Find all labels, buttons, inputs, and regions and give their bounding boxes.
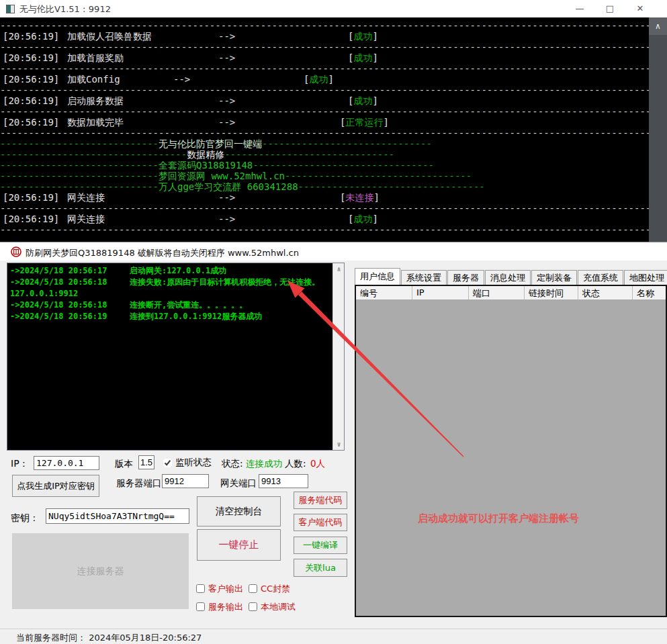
ip-label: IP： bbox=[11, 458, 29, 470]
app-seal-icon bbox=[11, 246, 21, 257]
console-line: ----------------------------无与伦比防官梦回一键端-… bbox=[0, 138, 649, 149]
connect-server-button[interactable]: 连接服务器 bbox=[12, 533, 189, 609]
console-line: ---------------------------------数据精修---… bbox=[0, 149, 649, 160]
console-line: [20:56:19]启动服务数据-->[成功] bbox=[0, 95, 649, 106]
tab-bar: 用户信息系统设置服务器消息处理定制装备充值系统地图处理召唤兽技 bbox=[355, 268, 667, 285]
console-line: ->2024/5/18 20:56:17启动网关:127.0.0.1成功 bbox=[9, 265, 343, 277]
console-line: [20:56:19]数据加载完毕-->[正常运行] bbox=[0, 117, 649, 128]
checkbox-label: CC封禁 bbox=[261, 583, 290, 595]
clients-table: 编号IP端口链接时间状态名称 启动成功就可以打开客户端注册帐号 bbox=[355, 285, 667, 617]
clear-console-button[interactable]: 清空控制台 bbox=[197, 496, 281, 526]
console-scrollbar[interactable]: ∧ ∨ bbox=[332, 263, 344, 450]
listen-label: 监听状态 bbox=[175, 457, 212, 469]
checkbox-本地调试[interactable]: 本地调试 bbox=[249, 598, 329, 616]
ip-input[interactable] bbox=[34, 456, 99, 470]
console-line: ----------------------------全套源码Q3188191… bbox=[0, 160, 649, 171]
server-log-console: ----------------------------------------… bbox=[0, 17, 649, 243]
generate-key-button[interactable]: 点我生成IP对应密钥 bbox=[12, 475, 99, 497]
tab-系统设置[interactable]: 系统设置 bbox=[401, 270, 447, 285]
close-button[interactable]: ✕ bbox=[627, 0, 654, 17]
console-line: ----------------------------梦回资源网 www.52… bbox=[0, 171, 649, 181]
tab-用户信息[interactable]: 用户信息 bbox=[355, 268, 400, 285]
tab-消息处理[interactable]: 消息处理 bbox=[485, 270, 531, 285]
scroll-up-icon: ∧ bbox=[655, 21, 661, 31]
column-header-IP[interactable]: IP bbox=[412, 286, 469, 300]
maximize-icon: □ bbox=[606, 3, 614, 13]
tab-定制装备[interactable]: 定制装备 bbox=[531, 270, 577, 285]
console-line: ----------------------------------------… bbox=[0, 106, 649, 117]
console-line: ----------------------------------------… bbox=[0, 42, 649, 52]
console-line: ->2024/5/18 20:56:19连接到127.0.0.1:9912服务器… bbox=[9, 311, 343, 322]
console-line: [20:56:19]网关连接-->[未连接] bbox=[0, 192, 649, 203]
console-line: ----------------------------------------… bbox=[0, 128, 649, 138]
console-line: [20:56:19]网关连接-->[成功] bbox=[0, 214, 649, 224]
console-line: ----------------------------万人gge学习交流群 6… bbox=[0, 181, 649, 192]
minimize-icon: — bbox=[576, 3, 584, 13]
maximize-button[interactable]: □ bbox=[596, 0, 623, 17]
titlebar[interactable]: 防刷网关梦回Q318819148 破解版将自动关闭程序 www.52mhwl.c… bbox=[0, 243, 667, 261]
titlebar[interactable]: 无与伦比V1.51：9912 — □ ✕ bbox=[0, 0, 667, 17]
checkbox-服务输出[interactable]: 服务输出 bbox=[196, 598, 249, 616]
version-input[interactable] bbox=[138, 455, 154, 469]
link-lua-button[interactable]: 关联lua bbox=[294, 559, 347, 577]
column-header-名称[interactable]: 名称 bbox=[633, 286, 667, 300]
gateway-window: 防刷网关梦回Q318819148 破解版将自动关闭程序 www.52mhwl.c… bbox=[0, 242, 667, 644]
app-icon bbox=[6, 5, 15, 13]
tab-充值系统[interactable]: 充值系统 bbox=[578, 270, 623, 285]
close-icon: ✕ bbox=[637, 3, 644, 13]
column-header-编号[interactable]: 编号 bbox=[356, 286, 412, 300]
checkbox-input[interactable] bbox=[249, 584, 257, 593]
table-header-row: 编号IP端口链接时间状态名称 bbox=[356, 286, 666, 300]
console-line: 127.0.0.1:9912 bbox=[9, 288, 343, 300]
column-header-端口[interactable]: 端口 bbox=[469, 286, 525, 300]
console-line: ----------------------------------------… bbox=[0, 85, 649, 95]
console-line: ----------------------------------------… bbox=[0, 203, 649, 214]
console-line: ----------------------------------------… bbox=[0, 224, 649, 235]
tab-服务器[interactable]: 服务器 bbox=[447, 270, 484, 285]
console-window: 无与伦比V1.51：9912 — □ ✕ -------------------… bbox=[0, 0, 667, 243]
gateway-port-input[interactable] bbox=[259, 474, 308, 488]
console-line: ----------------------------------------… bbox=[0, 63, 649, 74]
console-scrollbar[interactable]: ∧ bbox=[649, 17, 667, 243]
scroll-up-button[interactable]: ∧ bbox=[649, 17, 667, 35]
checkbox-input[interactable] bbox=[249, 602, 257, 611]
server-port-label: 服务器端口 bbox=[116, 477, 162, 490]
version-label: 版本 bbox=[115, 458, 133, 470]
tab-panel: 用户信息系统设置服务器消息处理定制装备充值系统地图处理召唤兽技 编号IP端口链接… bbox=[355, 268, 667, 617]
players-value: 0人 bbox=[310, 458, 325, 470]
minimize-button[interactable]: — bbox=[566, 0, 593, 17]
players-label: 人数: bbox=[285, 458, 306, 470]
annotation-text: 启动成功就可以打开客户端注册帐号 bbox=[418, 512, 579, 525]
stop-button[interactable]: 一键停止 bbox=[197, 529, 281, 561]
listen-checkbox[interactable] bbox=[163, 459, 172, 467]
column-header-链接时间[interactable]: 链接时间 bbox=[525, 286, 578, 300]
scroll-down-icon[interactable]: ∨ bbox=[333, 439, 345, 450]
tab-地图处理[interactable]: 地图处理 bbox=[624, 270, 667, 285]
gateway-port-label: 网关端口 bbox=[220, 477, 257, 490]
checkbox-label: 客户输出 bbox=[208, 583, 243, 595]
console-line: [20:56:19]加载假人召唤兽数据-->[成功] bbox=[0, 31, 649, 42]
server-code-button[interactable]: 服务端代码 bbox=[294, 492, 347, 509]
console-line: [20:56:19]加载Config-->[成功] bbox=[0, 74, 649, 85]
console-line: ->2024/5/18 20:56:18连接失败:原因由于目标计算机积极拒绝，无… bbox=[9, 277, 343, 288]
console-line: [20:56:19]加载首服奖励-->[成功] bbox=[0, 52, 649, 63]
checkbox-input[interactable] bbox=[196, 602, 205, 611]
checkbox-label: 本地调试 bbox=[261, 601, 296, 613]
client-code-button[interactable]: 客户端代码 bbox=[294, 514, 347, 531]
gateway-log-console: ->2024/5/18 20:56:17启动网关:127.0.0.1成功->20… bbox=[7, 263, 345, 451]
scroll-up-icon[interactable]: ∧ bbox=[333, 263, 345, 275]
compile-button[interactable]: 一键编译 bbox=[294, 537, 347, 554]
column-header-状态[interactable]: 状态 bbox=[578, 286, 633, 300]
checkbox-客户输出[interactable]: 客户输出 bbox=[196, 580, 249, 598]
checkbox-input[interactable] bbox=[196, 584, 205, 593]
window-title: 无与伦比V1.51：9912 bbox=[19, 3, 111, 15]
window-title: 防刷网关梦回Q318819148 破解版将自动关闭程序 www.52mhwl.c… bbox=[26, 247, 299, 259]
server-port-input[interactable] bbox=[162, 474, 209, 488]
status-value: 连接成功 bbox=[246, 458, 282, 470]
checkbox-CC封禁[interactable]: CC封禁 bbox=[249, 580, 329, 598]
key-label: 密钥： bbox=[11, 512, 39, 524]
status-bar: 当前服务器时间： 2024年05月18日-20:56:27 bbox=[0, 629, 667, 644]
checkbox-label: 服务输出 bbox=[208, 601, 243, 613]
key-input[interactable] bbox=[46, 508, 189, 524]
output-checkbox-group: 客户输出CC封禁服务输出本地调试 bbox=[196, 580, 329, 616]
